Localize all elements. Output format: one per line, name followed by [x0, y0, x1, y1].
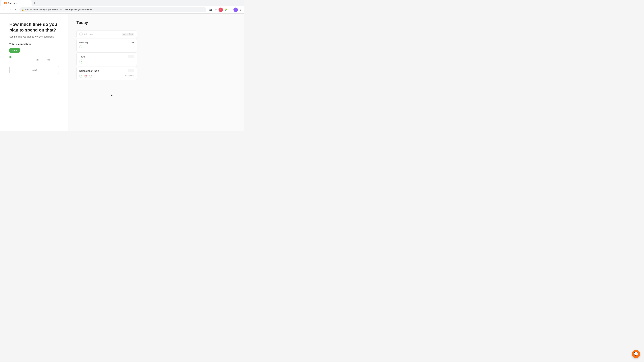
task-icons: ✓	[79, 45, 83, 49]
add-task-label: + Add task	[79, 32, 93, 36]
new-tab-button[interactable]: +	[32, 1, 37, 5]
address-text: app.sunsama.com/group/17025701040136170/…	[25, 8, 92, 11]
right-panel: Today + Add task Work: 0:05 Meeting 0:05	[68, 13, 244, 131]
work-badge: Work: 0:05	[122, 33, 134, 36]
profile-button[interactable]: U	[234, 7, 238, 12]
task-channel: # channel	[125, 75, 134, 77]
main-content: How much time do you plan to spend on th…	[0, 13, 244, 131]
menu-icon[interactable]: ⋮	[238, 7, 243, 12]
bookmark-icon[interactable]: ☆	[213, 7, 218, 12]
browser-actions: 📷 ☆ 1 🧩 ◫ U ⋮	[208, 7, 243, 12]
slider-thumb[interactable]	[10, 56, 12, 58]
task-icons: ✓ 📅 ⏱	[79, 74, 94, 78]
task-footer: ✓	[79, 45, 134, 49]
back-button[interactable]: ←	[1, 7, 7, 12]
task-time: 0:05	[130, 41, 134, 44]
sidebar-toggle-icon[interactable]: ◫	[228, 7, 233, 12]
task-card[interactable]: Tasks --:-- ✓	[76, 52, 137, 66]
task-calendar-icon[interactable]: 📅	[84, 74, 88, 78]
task-list: + Add task Work: 0:05 Meeting 0:05 ✓	[76, 30, 137, 80]
reload-icon: ↻	[15, 8, 17, 11]
next-button[interactable]: Next	[10, 66, 59, 74]
tab-bar: S Sunsama × +	[0, 0, 244, 6]
total-time-section: Total planned time 5 min 6 hr 8 hr	[10, 42, 59, 62]
forward-button[interactable]: →	[8, 7, 13, 12]
browser-nav: ← → ↻ 🔒 app.sunsama.com/group/1702570104…	[0, 6, 244, 13]
task-icons: ✓	[79, 59, 83, 63]
screenshot-icon[interactable]: 📷	[208, 7, 213, 12]
extension-badge-icon[interactable]: 1	[218, 7, 223, 12]
task-card[interactable]: Delegation of tasks --:-- ✓ 📅 ⏱ # channe…	[76, 67, 137, 80]
task-name: Tasks	[79, 55, 85, 58]
add-task-text: Add task	[84, 33, 93, 35]
active-tab[interactable]: S Sunsama ×	[1, 0, 32, 6]
task-header: Delegation of tasks --:--	[79, 69, 134, 72]
extensions-icon[interactable]: 🧩	[224, 7, 228, 12]
task-name: Meeting	[79, 41, 88, 44]
browser-chrome: S Sunsama × + ← → ↻ 🔒 app.sunsama.com/gr…	[0, 0, 244, 13]
add-task-icon: +	[79, 32, 83, 36]
back-icon: ←	[3, 8, 5, 11]
task-footer: ✓ 📅 ⏱ # channel	[79, 74, 134, 78]
question-subtitle: Set the time you plan to work on each ta…	[10, 35, 59, 38]
slider-label-8hr: 8 hr	[46, 59, 50, 61]
tab-close-button[interactable]: ×	[26, 2, 29, 4]
task-time: --:--	[128, 55, 134, 58]
total-time-label: Total planned time	[10, 42, 59, 45]
reload-button[interactable]: ↻	[14, 7, 19, 12]
slider-track	[10, 57, 59, 57]
add-task-row[interactable]: + Add task Work: 0:05	[76, 30, 137, 38]
lock-icon: 🔒	[22, 8, 24, 11]
task-check-icon[interactable]: ✓	[79, 74, 83, 78]
slider-label-6hr: 6 hr	[36, 59, 39, 61]
task-time: --:--	[128, 69, 134, 72]
task-footer: ✓	[79, 59, 134, 63]
task-check-icon[interactable]: ✓	[79, 59, 83, 63]
task-name: Delegation of tasks	[79, 69, 99, 72]
task-timer-icon[interactable]: ⏱	[90, 74, 94, 78]
task-header: Tasks --:--	[79, 55, 134, 58]
today-title: Today	[76, 20, 236, 25]
task-header: Meeting 0:05	[79, 41, 134, 44]
task-check-icon[interactable]: ✓	[79, 45, 83, 49]
tab-label: Sunsama	[8, 2, 17, 4]
time-badge: 5 min	[10, 48, 20, 53]
left-panel: How much time do you plan to spend on th…	[0, 13, 68, 131]
forward-icon: →	[9, 8, 12, 11]
time-slider-container: 6 hr 8 hr	[10, 55, 59, 62]
question-title: How much time do you plan to spend on th…	[10, 22, 59, 33]
task-card[interactable]: Meeting 0:05 ✓	[76, 39, 137, 52]
tab-favicon: S	[4, 2, 7, 4]
address-bar[interactable]: 🔒 app.sunsama.com/group/1702570104013617…	[20, 7, 206, 12]
